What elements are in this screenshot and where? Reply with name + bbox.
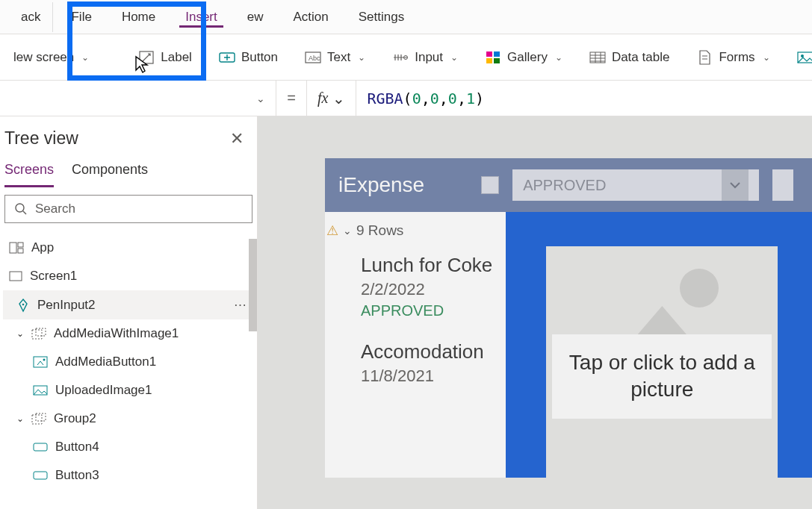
rows-label: 9 Rows <box>356 222 403 239</box>
svg-text:Abc: Abc <box>309 54 320 62</box>
menu-home[interactable]: Home <box>107 2 170 32</box>
svg-rect-20 <box>34 357 47 367</box>
tree-label: UploadedImage1 <box>55 383 152 398</box>
svg-rect-5 <box>486 51 492 57</box>
tree-label: PenInput2 <box>37 298 96 313</box>
chevron-down-icon: ⌄ <box>555 52 562 63</box>
svg-rect-14 <box>18 243 23 247</box>
app-title: iExpense <box>338 173 424 197</box>
fx-button[interactable]: fx ⌄ <box>306 81 356 116</box>
close-icon[interactable]: ✕ <box>230 129 244 149</box>
label-icon <box>138 51 155 64</box>
tree-node-group[interactable]: ⌄ AddMediaWithImage1 <box>3 319 254 348</box>
new-screen-button[interactable]: lew screen ⌄ <box>0 43 102 72</box>
group-icon <box>31 328 46 340</box>
group-icon <box>31 413 46 425</box>
property-dropdown[interactable]: ⌄ <box>0 81 276 116</box>
button-icon <box>219 51 235 64</box>
svg-point-12 <box>16 204 24 212</box>
chevron-down-icon: ⌄ <box>332 90 345 107</box>
chevron-down-icon[interactable]: ⌄ <box>343 225 352 237</box>
menu-settings[interactable]: Settings <box>344 2 419 32</box>
tree-label: Button4 <box>55 440 99 455</box>
status-dropdown[interactable]: APPROVED <box>512 169 759 201</box>
tree-tabs: Screens Components <box>0 154 257 187</box>
add-picture-box[interactable]: Tap or click to add a picture <box>546 246 778 478</box>
tree-nodes: App Screen1 PenInput2 ⋯ ⌄ AddMediaWithIm… <box>0 231 257 509</box>
tree-node-group2[interactable]: ⌄ Group2 <box>3 405 254 433</box>
button-label: Button <box>241 50 278 65</box>
chevron-down-icon: ⌄ <box>450 52 458 63</box>
svg-rect-24 <box>36 413 46 421</box>
tab-components[interactable]: Components <box>72 162 148 187</box>
search-button[interactable] <box>772 169 793 201</box>
input-icon <box>392 51 409 64</box>
svg-rect-7 <box>486 58 492 63</box>
button-button[interactable]: Button <box>205 43 291 72</box>
app-header: iExpense APPROVED <box>325 158 812 212</box>
tree-node-image[interactable]: UploadedImage1 <box>3 376 254 405</box>
forms-icon <box>696 51 713 64</box>
menu-insert[interactable]: Insert <box>170 2 232 32</box>
expense-card[interactable]: Lunch for Coke 2/2/2022 APPROVED <box>325 246 506 333</box>
card-title: Accomodation <box>361 340 492 363</box>
datatable-label: Data table <box>612 50 670 65</box>
tree-node-button3[interactable]: Button3 <box>3 461 254 490</box>
media-icon <box>797 51 812 64</box>
svg-rect-25 <box>34 443 47 451</box>
text-label: Text <box>327 50 350 65</box>
tree-label: App <box>31 240 54 255</box>
formula-func: RGBA <box>367 90 403 107</box>
rows-info: ⚠ ⌄ 9 Rows <box>325 218 506 246</box>
button-icon <box>33 470 48 481</box>
media-button-icon <box>33 356 48 368</box>
text-button[interactable]: Abc Text ⌄ <box>291 43 379 72</box>
chevron-down-icon: ⌄ <box>16 328 24 339</box>
fx-label: fx <box>317 90 328 107</box>
chevron-down-icon: ⌄ <box>81 52 89 63</box>
dropdown-value: APPROVED <box>523 177 606 194</box>
tree-node-app[interactable]: App <box>3 234 254 262</box>
datatable-button[interactable]: Data table <box>576 43 684 72</box>
new-screen-label: lew screen <box>13 50 74 65</box>
input-button[interactable]: Input ⌄ <box>379 43 471 72</box>
more-icon[interactable]: ⋯ <box>234 297 248 313</box>
formula-bar: ⌄ = fx ⌄ RGBA(0, 0, 0, 1) <box>0 81 812 116</box>
tree-node-peninput[interactable]: PenInput2 ⋯ <box>3 290 254 319</box>
tree-label: AddMediaButton1 <box>55 355 156 369</box>
menu-action[interactable]: Action <box>279 2 344 32</box>
tree-view-panel: Tree view ✕ Screens Components Search Ap… <box>0 116 258 509</box>
card-status: APPROVED <box>361 302 492 319</box>
gallery-button[interactable]: Gallery ⌄ <box>471 43 576 72</box>
search-input[interactable]: Search <box>4 195 252 223</box>
tree-node-screen[interactable]: Screen1 <box>3 262 254 290</box>
forms-button[interactable]: Forms ⌄ <box>683 43 783 72</box>
card-date: 2/2/2022 <box>361 280 492 299</box>
tree-label: AddMediaWithImage1 <box>54 326 179 341</box>
equals-label: = <box>276 81 306 116</box>
label-button[interactable]: Label <box>125 43 205 72</box>
gallery-icon <box>485 51 501 64</box>
label-text: Label <box>161 50 192 65</box>
svg-rect-19 <box>36 328 46 336</box>
add-picture-label: Tap or click to add a picture <box>552 334 772 419</box>
search-icon <box>14 202 28 216</box>
tree-node-button4[interactable]: Button4 <box>3 433 254 461</box>
menu-view[interactable]: ew <box>232 2 279 32</box>
tab-screens[interactable]: Screens <box>4 162 54 187</box>
list-pane: ⚠ ⌄ 9 Rows Lunch for Coke 2/2/2022 APPRO… <box>325 212 506 478</box>
media-button[interactable]: Med <box>784 43 812 72</box>
expense-card[interactable]: Accomodation 11/8/2021 <box>325 333 506 399</box>
formula-input[interactable]: RGBA(0, 0, 0, 1) <box>356 81 812 116</box>
menu-file[interactable]: File <box>56 2 106 32</box>
chevron-down-icon: ⌄ <box>358 52 365 63</box>
datatable-icon <box>589 51 606 64</box>
tree-label: Group2 <box>54 411 96 426</box>
forms-label: Forms <box>719 50 754 65</box>
scrollbar-thumb[interactable] <box>249 239 257 331</box>
tree-title: Tree view <box>4 128 78 149</box>
svg-rect-22 <box>34 386 47 395</box>
checkbox[interactable] <box>481 176 499 194</box>
menu-back[interactable]: ack <box>6 2 53 32</box>
tree-node-mediabutton[interactable]: AddMediaButton1 <box>3 348 254 376</box>
